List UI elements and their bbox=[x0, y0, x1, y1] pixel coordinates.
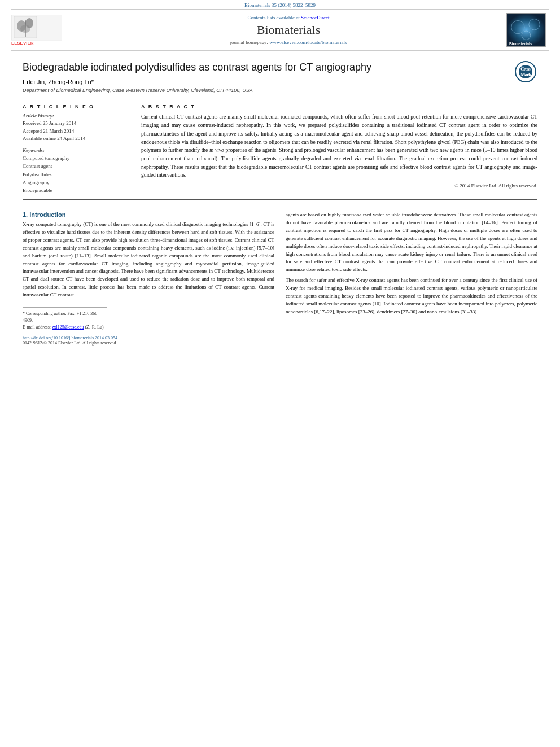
footnote-area: * Corresponding author. Fax: +1 216 368 … bbox=[23, 307, 107, 331]
journal-header: ELSEVIER Contents lists available at Sci… bbox=[11, 9, 549, 51]
section1-heading: 1. Introduction bbox=[23, 211, 274, 218]
article-info-label: A R T I C L E I N F O bbox=[23, 104, 130, 110]
affiliation: Department of Biomedical Engineering, Ca… bbox=[23, 88, 537, 93]
available-online-date: Available online 24 April 2014 bbox=[23, 135, 130, 143]
abstract-text: Current clinical CT contrast agents are … bbox=[141, 113, 537, 180]
article-area: Biodegradable iodinated polydisulfides a… bbox=[0, 51, 560, 351]
keyword-2: Contrast agent bbox=[23, 162, 130, 170]
journal-homepage: journal homepage: www.elsevier.com/locat… bbox=[73, 40, 504, 45]
authors: Erlei Jin, Zheng-Rong Lu* bbox=[23, 78, 537, 85]
svg-text:Biomaterials: Biomaterials bbox=[509, 42, 532, 46]
section1-title: Introduction bbox=[29, 211, 65, 218]
biomaterials-cover-image: Biomaterials bbox=[506, 13, 546, 47]
article-history-label: Article history: bbox=[23, 113, 130, 119]
svg-point-5 bbox=[20, 25, 30, 33]
elsevier-logo-area: ELSEVIER bbox=[11, 13, 73, 47]
keyword-4: Angiography bbox=[23, 178, 130, 186]
body-left-column: 1. Introduction X-ray computed tomograph… bbox=[23, 211, 274, 346]
issn-text: 0142-9612/© 2014 Elsevier Ltd. All right… bbox=[23, 340, 274, 346]
section1-para2: agents are based on highly functionalize… bbox=[286, 211, 537, 274]
footnote-corresponding: * Corresponding author. Fax: +1 216 368 … bbox=[23, 311, 107, 324]
body-section: 1. Introduction X-ray computed tomograph… bbox=[23, 208, 537, 346]
crossmark-badge[interactable]: CrossMark bbox=[515, 61, 537, 84]
article-info-abstract-section: A R T I C L E I N F O Article history: R… bbox=[23, 99, 537, 199]
footnote-email-link[interactable]: zxl125@case.edu bbox=[52, 325, 84, 330]
keyword-1: Computed tomography bbox=[23, 154, 130, 162]
abstract-label: A B S T R A C T bbox=[141, 104, 537, 110]
article-info-column: A R T I C L E I N F O Article history: R… bbox=[23, 104, 130, 194]
doi-area: http://dx.doi.org/10.1016/j.biomaterials… bbox=[23, 335, 274, 346]
keyword-5: Biodegradable bbox=[23, 186, 130, 194]
journal-title: Biomaterials bbox=[73, 23, 504, 37]
body-right-column: agents are based on highly functionalize… bbox=[286, 211, 537, 346]
doi-link[interactable]: http://dx.doi.org/10.1016/j.biomaterials… bbox=[23, 335, 274, 340]
svg-text:ELSEVIER: ELSEVIER bbox=[11, 41, 34, 46]
accepted-date: Accepted 21 March 2014 bbox=[23, 128, 130, 136]
section1-para3: The search for safer and effective X-ray… bbox=[286, 277, 537, 316]
abstract-column: A B S T R A C T Current clinical CT cont… bbox=[141, 104, 537, 194]
elsevier-logo: ELSEVIER bbox=[11, 15, 62, 46]
journal-homepage-link[interactable]: www.elsevier.com/locate/biomaterials bbox=[269, 40, 347, 45]
journal-header-center: Contents lists available at ScienceDirec… bbox=[73, 13, 504, 47]
journal-citation: Biomaterials 35 (2014) 5822–5829 bbox=[0, 0, 560, 9]
footnote-email: E-mail address: zxl125@case.edu (Z.-R. L… bbox=[23, 324, 107, 331]
article-title: Biodegradable iodinated polydisulfides a… bbox=[23, 61, 537, 74]
section1-number: 1. bbox=[23, 211, 28, 218]
received-date: Received 25 January 2014 bbox=[23, 120, 130, 128]
keywords-label: Keywords: bbox=[23, 147, 130, 153]
copyright-text: © 2014 Elsevier Ltd. All rights reserved… bbox=[141, 183, 537, 189]
section1-para1: X-ray computed tomography (CT) is one of… bbox=[23, 221, 274, 299]
keyword-3: Polydisulfides bbox=[23, 171, 130, 178]
sciencedirect-link[interactable]: ScienceDirect bbox=[301, 15, 329, 20]
journal-thumbnail: Biomaterials bbox=[504, 13, 549, 47]
sciencedirect-label: Contents lists available at ScienceDirec… bbox=[73, 15, 504, 20]
